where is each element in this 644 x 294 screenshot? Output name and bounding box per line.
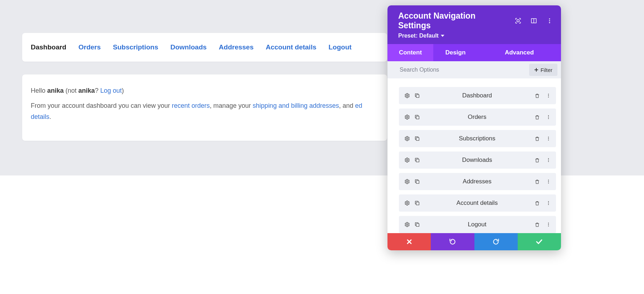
nav-tab-subscriptions[interactable]: Subscriptions xyxy=(113,43,158,51)
svg-point-17 xyxy=(548,118,549,119)
nav-item-row[interactable]: Account details xyxy=(399,194,556,212)
nav-item-label: Orders xyxy=(420,114,534,121)
svg-point-11 xyxy=(548,95,549,96)
svg-point-42 xyxy=(548,226,549,226)
nav-item-row[interactable]: Logout xyxy=(399,216,556,233)
expand-icon[interactable] xyxy=(514,17,522,24)
svg-point-25 xyxy=(548,158,549,159)
greeting-line: Hello anika (not anika? Log out) xyxy=(31,85,379,97)
filter-label: Filter xyxy=(541,67,552,73)
snap-icon[interactable] xyxy=(530,17,537,24)
nav-items-list[interactable]: DashboardOrdersSubscriptionsDownloadsAdd… xyxy=(387,78,561,233)
search-options-input[interactable] xyxy=(387,67,529,73)
more-vertical-icon[interactable] xyxy=(545,200,552,206)
panel-tab-advanced[interactable]: Advanced xyxy=(478,44,561,61)
svg-point-33 xyxy=(406,202,408,204)
panel-tabs: Content Design Advanced xyxy=(387,44,561,61)
trash-icon[interactable] xyxy=(534,114,540,120)
more-vertical-icon[interactable] xyxy=(545,135,552,142)
desc-text-3: , and xyxy=(339,102,355,109)
svg-point-8 xyxy=(406,95,408,96)
svg-point-5 xyxy=(549,22,550,23)
gear-icon[interactable] xyxy=(404,135,410,142)
filter-button[interactable]: Filter xyxy=(529,64,557,76)
svg-point-36 xyxy=(548,203,549,203)
svg-rect-34 xyxy=(416,202,419,205)
shipping-billing-link[interactable]: shipping and billing addresses xyxy=(253,102,339,109)
svg-point-31 xyxy=(548,181,549,182)
nav-item-label: Addresses xyxy=(420,178,534,185)
more-vertical-icon[interactable] xyxy=(545,178,552,185)
nav-tab-downloads[interactable]: Downloads xyxy=(170,43,206,51)
nav-item-label: Logout xyxy=(420,221,534,228)
svg-point-40 xyxy=(548,223,549,223)
svg-rect-14 xyxy=(416,116,419,119)
account-nav-card: Dashboard Orders Subscriptions Downloads… xyxy=(22,33,387,62)
more-vertical-icon[interactable] xyxy=(545,92,552,99)
edit-details-link-part2[interactable]: details xyxy=(31,113,49,120)
svg-point-13 xyxy=(406,116,408,118)
duplicate-icon[interactable] xyxy=(414,157,420,163)
redo-button[interactable] xyxy=(474,233,518,250)
panel-tab-content[interactable]: Content xyxy=(387,44,433,61)
search-row: Filter xyxy=(387,61,561,78)
more-vertical-icon[interactable] xyxy=(546,17,553,24)
svg-point-12 xyxy=(548,97,549,97)
nav-item-row[interactable]: Dashboard xyxy=(399,87,556,104)
more-vertical-icon[interactable] xyxy=(545,157,552,163)
trash-icon[interactable] xyxy=(534,221,540,228)
logout-link[interactable]: Log out xyxy=(100,87,122,94)
recent-orders-link[interactable]: recent orders xyxy=(172,102,210,109)
duplicate-icon[interactable] xyxy=(414,221,420,228)
svg-point-16 xyxy=(548,117,549,117)
gear-icon[interactable] xyxy=(404,114,410,120)
nav-tab-logout[interactable]: Logout xyxy=(328,43,351,51)
trash-icon[interactable] xyxy=(534,135,540,142)
more-vertical-icon[interactable] xyxy=(545,114,552,120)
duplicate-icon[interactable] xyxy=(414,178,420,185)
trash-icon[interactable] xyxy=(534,92,540,99)
edit-details-link-part1[interactable]: ed xyxy=(355,102,362,109)
undo-button[interactable] xyxy=(431,233,474,250)
gear-icon[interactable] xyxy=(404,178,410,185)
gear-icon[interactable] xyxy=(404,221,410,228)
svg-point-41 xyxy=(548,224,549,225)
nav-item-row[interactable]: Addresses xyxy=(399,173,556,190)
svg-rect-29 xyxy=(416,180,419,183)
duplicate-icon[interactable] xyxy=(414,200,420,206)
nav-tab-account-details[interactable]: Account details xyxy=(266,43,316,51)
gear-icon[interactable] xyxy=(404,92,410,99)
desc-text-end: . xyxy=(49,113,51,120)
nav-item-row[interactable]: Orders xyxy=(399,109,556,126)
svg-point-37 xyxy=(548,204,549,205)
nav-item-label: Account details xyxy=(420,199,534,207)
nav-tab-orders[interactable]: Orders xyxy=(78,43,101,51)
greeting-not-prefix: (not xyxy=(64,87,78,94)
trash-icon[interactable] xyxy=(534,157,540,163)
nav-item-label: Subscriptions xyxy=(420,135,534,142)
greeting-not-name: anika xyxy=(78,87,95,94)
nav-item-row[interactable]: Downloads xyxy=(399,151,556,169)
duplicate-icon[interactable] xyxy=(414,92,420,99)
nav-tab-dashboard[interactable]: Dashboard xyxy=(31,43,66,51)
svg-rect-19 xyxy=(416,138,419,140)
preset-dropdown[interactable]: Preset: Default xyxy=(398,33,553,39)
trash-icon[interactable] xyxy=(534,178,540,185)
caret-down-icon xyxy=(441,35,444,37)
svg-point-38 xyxy=(406,224,408,225)
svg-point-3 xyxy=(549,18,550,19)
duplicate-icon[interactable] xyxy=(414,114,420,120)
svg-point-4 xyxy=(549,20,550,21)
cancel-button[interactable] xyxy=(387,233,431,250)
duplicate-icon[interactable] xyxy=(414,135,420,142)
more-vertical-icon[interactable] xyxy=(545,221,552,228)
nav-tab-addresses[interactable]: Addresses xyxy=(219,43,254,51)
gear-icon[interactable] xyxy=(404,157,410,163)
panel-tab-design[interactable]: Design xyxy=(433,44,478,61)
nav-item-row[interactable]: Subscriptions xyxy=(399,130,556,147)
trash-icon[interactable] xyxy=(534,200,540,206)
svg-point-28 xyxy=(406,181,408,182)
gear-icon[interactable] xyxy=(404,200,410,206)
desc-text-1: From your account dashboard you can view… xyxy=(31,102,172,109)
confirm-button[interactable] xyxy=(518,233,561,250)
